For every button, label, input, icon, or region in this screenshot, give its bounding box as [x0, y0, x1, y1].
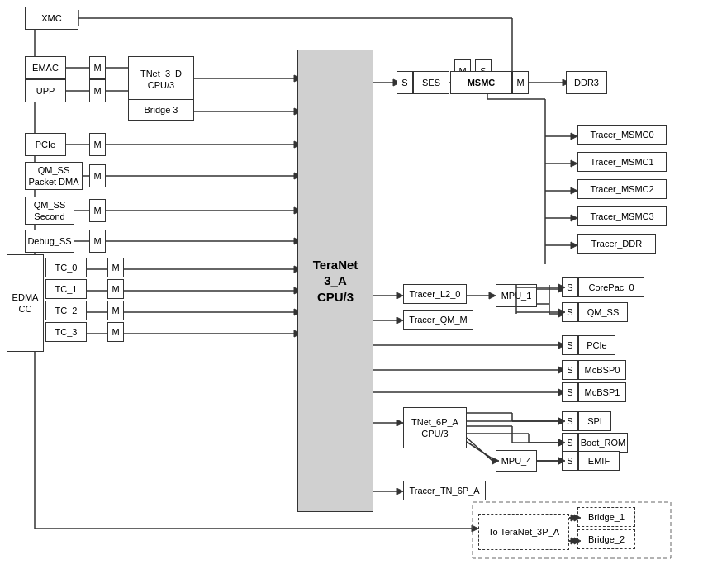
- to-teranet3p-box: To TeraNet_3P_A: [478, 514, 569, 550]
- upp-m-box: M: [89, 79, 106, 102]
- tc1-label: TC_1: [55, 283, 78, 295]
- upp-box: UPP: [25, 79, 66, 102]
- mcbsp0-box: McBSP0: [578, 360, 626, 380]
- spi-box: SPI: [578, 411, 611, 431]
- mpu1-box: MPU_1: [496, 284, 537, 307]
- debug-ss-m-box: M: [89, 230, 106, 253]
- bridge3-label: Bridge 3: [145, 104, 178, 116]
- xmc-box: XMC: [25, 7, 78, 30]
- ses-box: SES: [413, 71, 449, 94]
- msmc-box: MSMC: [450, 71, 512, 94]
- emac-m-box: M: [89, 56, 106, 79]
- tc3-m-box: M: [107, 322, 124, 342]
- pcie-left-label: PCIe: [36, 139, 55, 150]
- tc0-box: TC_0: [45, 258, 87, 277]
- tnet3d-box: TNet_3_D CPU/3: [128, 56, 194, 102]
- emac-label: EMAC: [32, 62, 59, 74]
- svg-marker-92: [571, 538, 577, 544]
- bootrom-label: Boot_ROM: [581, 437, 625, 448]
- bridge2-label: Bridge_2: [588, 533, 625, 545]
- tracer-qm-m-box: Tracer_QM_M: [403, 310, 473, 330]
- tnet6p-label: TNet_6P_A CPU/3: [411, 416, 458, 440]
- ses-label: SES: [422, 77, 440, 88]
- s-mcbsp1-box: S: [562, 382, 578, 402]
- s-pcie-right-label: S: [567, 339, 572, 351]
- tc2-m-box: M: [107, 301, 124, 320]
- tracer-l2-0-box: Tracer_L2_0: [403, 284, 467, 304]
- tc0-label: TC_0: [55, 262, 78, 273]
- tnet3d-label: TNet_3_D CPU/3: [140, 68, 182, 92]
- svg-line-82: [467, 438, 492, 461]
- tracer-msmc3-box: Tracer_MSMC3: [577, 206, 667, 226]
- svg-marker-55: [489, 292, 496, 299]
- s-ses-box: S: [397, 71, 413, 94]
- s-qmss-right-box: S: [562, 302, 578, 322]
- tc0-m-box: M: [107, 258, 124, 277]
- qmss-pkt-label: QM_SS Packet DMA: [28, 164, 78, 188]
- tc3-m-label: M: [112, 326, 119, 338]
- qmss-pkt-m-label: M: [93, 170, 101, 182]
- mcbsp1-label: McBSP1: [585, 386, 620, 398]
- xmc-label: XMC: [41, 12, 61, 24]
- s-ses-label: S: [401, 77, 407, 88]
- bootrom-box: Boot_ROM: [578, 433, 628, 453]
- svg-marker-86: [397, 488, 403, 495]
- qmss-right-box: QM_SS: [578, 302, 628, 322]
- s-pcie-right-box: S: [562, 335, 578, 355]
- tracer-msmc1-box: Tracer_MSMC1: [577, 152, 667, 172]
- pcie-right-label: PCIe: [587, 339, 606, 351]
- debug-ss-label: Debug_SS: [27, 235, 71, 247]
- s-spi-box: S: [562, 411, 578, 431]
- edmacc-box: EDMA CC: [7, 254, 44, 352]
- upp-label: UPP: [36, 85, 55, 97]
- tc1-m-box: M: [107, 279, 124, 299]
- bridge1-label: Bridge_1: [588, 511, 625, 523]
- pcie-m-label: M: [93, 139, 101, 150]
- tracer-msmc1-label: Tracer_MSMC1: [590, 156, 653, 168]
- s-spi-label: S: [567, 415, 572, 427]
- qmss-pkt-m-box: M: [89, 164, 106, 187]
- teranet-label: TeraNet 3_A CPU/3: [313, 257, 359, 306]
- s-bootrom-label: S: [567, 437, 572, 448]
- s-mcbsp0-label: S: [567, 364, 572, 376]
- upp-m-label: M: [93, 85, 101, 97]
- corepac0-label: CorePac_0: [588, 282, 634, 293]
- msmc-m-right-label: M: [516, 77, 524, 88]
- qmss-pkt-box: QM_SS Packet DMA: [25, 162, 83, 190]
- s-mcbsp1-label: S: [567, 386, 572, 398]
- tc0-m-label: M: [112, 262, 119, 273]
- s-mcbsp0-box: S: [562, 360, 578, 380]
- ddr3-label: DDR3: [574, 77, 599, 88]
- svg-line-109: [467, 442, 496, 461]
- svg-marker-51: [571, 242, 577, 249]
- emif-box: EMIF: [578, 451, 620, 471]
- msmc-m-right-box: M: [512, 71, 529, 94]
- to-teranet3p-label: To TeraNet_3P_A: [488, 526, 559, 538]
- emif-label: EMIF: [588, 455, 610, 467]
- tracer-ddr-label: Tracer_DDR: [591, 238, 642, 249]
- pcie-m-box: M: [89, 133, 106, 156]
- bridge1-box: Bridge_1: [577, 507, 635, 527]
- mcbsp0-label: McBSP0: [585, 364, 620, 376]
- mcbsp1-box: McBSP1: [578, 382, 626, 402]
- ddr3-box: DDR3: [566, 71, 607, 94]
- tracer-tn6p-label: Tracer_TN_6P_A: [409, 485, 479, 496]
- emac-m-label: M: [93, 62, 101, 74]
- debug-ss-m-label: M: [93, 235, 101, 247]
- tnet6p-box: TNet_6P_A CPU/3: [403, 407, 467, 448]
- tracer-qm-m-label: Tracer_QM_M: [409, 314, 468, 325]
- svg-marker-53: [397, 292, 403, 299]
- tracer-msmc3-label: Tracer_MSMC3: [590, 211, 653, 222]
- svg-marker-45: [571, 160, 577, 167]
- spi-label: SPI: [587, 415, 602, 427]
- tc3-label: TC_3: [55, 326, 78, 338]
- qmss-sec-m-box: M: [89, 199, 106, 222]
- qmss-sec-box: QM_SS Second: [25, 197, 74, 225]
- mpu4-box: MPU_4: [496, 450, 537, 472]
- teranet-box: TeraNet 3_A CPU/3: [297, 50, 373, 512]
- mpu1-label: MPU_1: [501, 290, 532, 301]
- tracer-msmc2-box: Tracer_MSMC2: [577, 179, 667, 199]
- tc1-box: TC_1: [45, 279, 87, 299]
- msmc-label: MSMC: [468, 77, 496, 88]
- edmacc-label: EDMA CC: [12, 292, 39, 315]
